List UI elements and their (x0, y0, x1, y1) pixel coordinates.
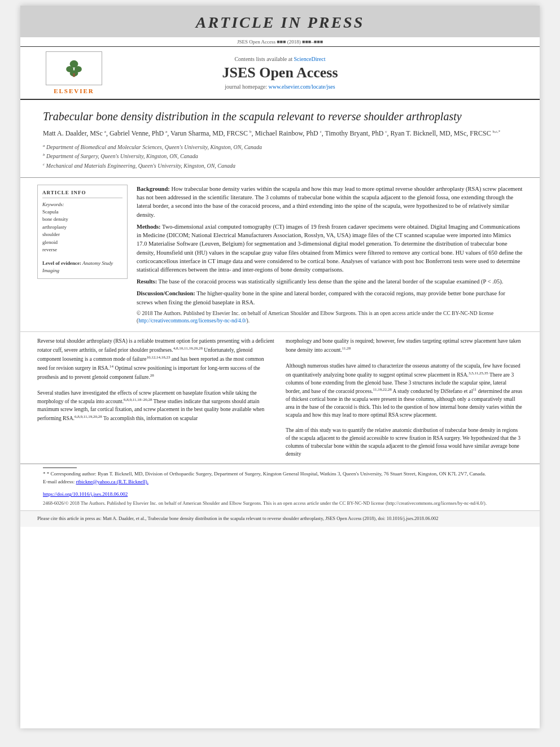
authors: Matt A. Daalder, MSc a, Gabriel Venne, P… (43, 128, 517, 138)
issn-text: 2468-6026/© 2018 The Authors. Published … (43, 500, 487, 506)
journal-homepage: journal homepage: www.elsevier.com/locat… (122, 84, 438, 90)
elsevier-wordmark: ELSEVIER (54, 88, 94, 94)
logo-area: ELSEVIER (37, 51, 111, 94)
keyword-shoulder: shoulder (42, 231, 123, 239)
elsevier-logo: ELSEVIER (37, 51, 111, 94)
keyword-arthroplasty: arthroplasty (42, 224, 123, 231)
article-info-box: ARTICLE INFO Keywords: Scapula bone dens… (37, 185, 128, 279)
article-info-title: ARTICLE INFO (42, 190, 123, 198)
doi-link[interactable]: https://doi.org/10.1016/j.jses.2018.06.0… (43, 491, 128, 497)
affil-c: c Mechanical and Materials Engineering, … (43, 161, 517, 171)
author-affiliations: a Department of Biomedical and Molecular… (43, 143, 517, 171)
main-text-right-p1: morphology and bone quality is required;… (286, 338, 523, 355)
jses-ref-line: JSES Open Access ■■■ (2018) ■■■–■■■ (20, 37, 540, 47)
discussion-label: Discussion/Conclusion: (137, 290, 195, 296)
affil-b: b Department of Surgery, Queen's Univers… (43, 152, 517, 161)
keyword-glenoid: glenoid (42, 239, 123, 247)
main-text-right-p2: Although numerous studies have aimed to … (286, 362, 523, 420)
keyword-reverse: reverse (42, 246, 123, 254)
abstract-results: Results: The base of the coracoid proces… (137, 277, 523, 286)
journal-header-center: Contents lists available at ScienceDirec… (111, 56, 449, 90)
results-text: The base of the coracoid process was sta… (159, 278, 504, 285)
keywords-list: Scapula bone density arthroplasty should… (42, 208, 123, 254)
main-col-right: morphology and bone quality is required;… (286, 338, 523, 458)
cc-link[interactable]: http://creativecommons.org/licenses/by-n… (138, 318, 246, 324)
contents-line: Contents lists available at ScienceDirec… (122, 56, 438, 62)
methods-text: Two-dimensional axial computed tomograph… (137, 224, 522, 273)
logo-box (46, 51, 102, 85)
footnote-star: * * Corresponding author: Ryan T. Bickne… (43, 470, 517, 478)
keywords-label: Keywords: (42, 202, 123, 207)
abstract-methods: Methods: Two-dimensional axial computed … (137, 222, 523, 274)
doi-area: https://doi.org/10.1016/j.jses.2018.06.0… (20, 489, 540, 499)
abstract-background: Background: How trabecular bone density … (137, 185, 523, 219)
issn-area: 2468-6026/© 2018 The Authors. Published … (20, 499, 540, 510)
keyword-bone-density: bone density (42, 216, 123, 224)
copyright-text: © 2018 The Authors. Published by Elsevie… (137, 310, 523, 325)
of-the-text: of the (322, 388, 335, 394)
cite-banner-text: Please cite this article in press as: Ma… (37, 516, 439, 521)
journal-title: JSES Open Access (122, 64, 438, 81)
sciencedirect-link[interactable]: ScienceDirect (294, 56, 325, 62)
jses-ref-text: JSES Open Access ■■■ (2018) ■■■–■■■ (237, 39, 323, 45)
main-col-left: Reverse total shoulder arthroplasty (RSA… (37, 338, 274, 458)
journal-homepage-link[interactable]: www.elsevier.com/locate/jses (269, 84, 335, 90)
results-label: Results: (137, 278, 157, 285)
abstract-discussion: Discussion/Conclusion: The higher-qualit… (137, 289, 523, 306)
aip-banner-text: ARTICLE IN PRESS (196, 14, 365, 31)
footnote-rule (43, 468, 77, 468)
methods-label: Methods: (137, 224, 161, 230)
background-text: How trabecular bone density varies withi… (137, 186, 522, 218)
footnote-area: * * Corresponding author: Ryan T. Bickne… (20, 464, 540, 489)
article-title-section: Trabecular bone density distribution in … (20, 100, 540, 178)
keyword-scapula: Scapula (42, 208, 123, 216)
article-title: Trabecular bone density distribution in … (43, 109, 517, 124)
email-link[interactable]: rtbickne@yahoo.ca (R.T. Bicknell). (76, 479, 148, 484)
aip-banner: ARTICLE IN PRESS (20, 6, 540, 37)
svg-rect-4 (73, 73, 75, 76)
level-of-evidence: Level of evidence: Anatomy Study Imaging (42, 260, 123, 274)
abstract-column: Background: How trabecular bone density … (137, 185, 523, 325)
footnote-email: E-mail address: rtbickne@yahoo.ca (R.T. … (43, 478, 517, 486)
main-text-left-p2: Several studies have investigated the ef… (37, 390, 274, 423)
cite-banner: Please cite this article in press as: Ma… (20, 510, 540, 527)
page: ARTICLE IN PRESS JSES Open Access ■■■ (2… (20, 6, 540, 728)
body-area: ARTICLE INFO Keywords: Scapula bone dens… (20, 178, 540, 331)
main-text-right-p3: The aim of this study was to quantify th… (286, 427, 523, 458)
background-label: Background: (137, 186, 170, 192)
affil-a: a Department of Biomedical and Molecular… (43, 143, 517, 152)
journal-header: ELSEVIER Contents lists available at Sci… (20, 47, 540, 100)
elsevier-tree-icon (63, 59, 85, 78)
main-text-area: Reverse total shoulder arthroplasty (RSA… (20, 331, 540, 464)
main-text-left-p1: Reverse total shoulder arthroplasty (RSA… (37, 338, 274, 381)
left-column: ARTICLE INFO Keywords: Scapula bone dens… (37, 185, 128, 325)
